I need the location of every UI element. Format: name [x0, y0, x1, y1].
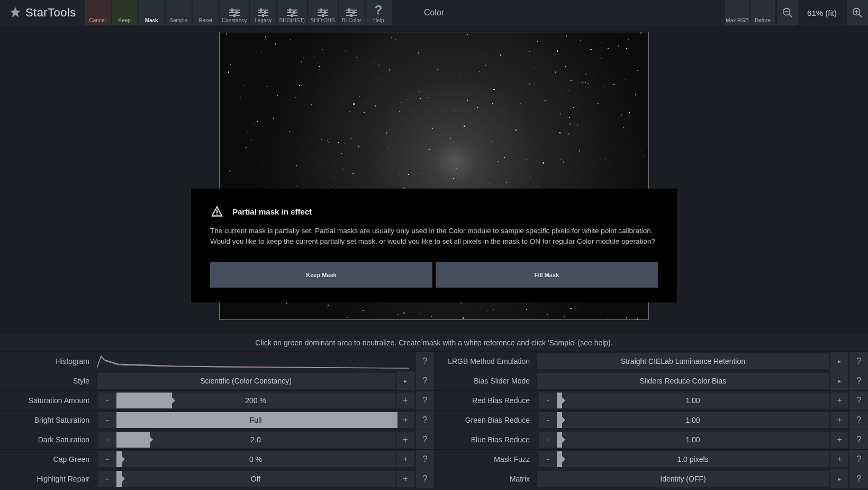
bias-mode-dropdown[interactable]: Sliders Reduce Color Bias — [537, 373, 829, 389]
sliders-icon — [257, 9, 269, 16]
params-right-column: LRGB Method Emulation Straight CIELab Lu… — [434, 351, 868, 490]
help-style[interactable] — [416, 371, 434, 390]
dialog-body: The current mask is partially set. Parti… — [210, 226, 658, 246]
cap-green-slider[interactable]: 0 % — [116, 451, 395, 467]
zoom-in-button[interactable] — [847, 0, 868, 25]
app-logo: StarTools — [0, 0, 85, 25]
help-matrix[interactable] — [850, 469, 868, 488]
toolbar-right: Max RGB Before 61% (fit) — [725, 0, 868, 25]
style-more[interactable] — [396, 371, 414, 390]
dark-sat-dec[interactable] — [98, 432, 116, 448]
green-bias-inc[interactable] — [830, 412, 848, 428]
cancel-button[interactable]: Cancel — [85, 0, 111, 25]
partial-mask-dialog: Partial mask in effect The current mask … — [191, 189, 677, 302]
cap-green-dec[interactable] — [98, 451, 116, 467]
hl-repair-inc[interactable] — [396, 471, 414, 487]
max-rgb-button[interactable]: Max RGB — [725, 0, 749, 25]
red-bias-inc[interactable] — [830, 393, 848, 408]
help-dark-sat[interactable] — [416, 430, 434, 449]
dark-sat-inc[interactable] — [396, 432, 414, 448]
dialog-title: Partial mask in effect — [232, 207, 312, 216]
sho-hst-button[interactable]: SHO(HST) — [277, 0, 307, 25]
keep-mask-button[interactable]: Keep Mask — [210, 262, 432, 288]
lrgb-more[interactable] — [830, 352, 848, 371]
mask-button[interactable]: Mask — [139, 0, 165, 25]
help-histogram[interactable] — [416, 352, 434, 371]
zoom-in-icon — [852, 7, 863, 19]
toolbar-main: Cancel Keep Mask Sample Reset Constancy … — [85, 0, 393, 25]
style-dropdown[interactable]: Scientific (Color Constancy) — [97, 373, 395, 389]
hl-repair-slider[interactable]: Off — [116, 471, 395, 487]
row-dark-saturation: Dark Saturation 2.0 — [0, 430, 434, 449]
red-bias-dec[interactable] — [539, 393, 557, 408]
help-bright-sat[interactable] — [416, 411, 434, 430]
constancy-button[interactable]: Constancy — [220, 0, 249, 25]
help-blue-bias[interactable] — [850, 430, 868, 449]
reset-button[interactable]: Reset — [193, 0, 219, 25]
star-icon — [8, 6, 22, 20]
help-green-bias[interactable] — [850, 411, 868, 430]
sliders-icon — [345, 9, 358, 16]
bright-sat-dec[interactable] — [98, 412, 116, 428]
mask-fuzz-dec[interactable] — [539, 451, 557, 467]
help-cap-green[interactable] — [416, 450, 434, 469]
matrix-dropdown[interactable]: Identity (OFF) — [537, 471, 829, 487]
row-blue-bias: Blue Bias Reduce 1.00 — [434, 430, 868, 449]
matrix-more[interactable] — [830, 469, 848, 488]
app-name: StarTools — [25, 6, 76, 20]
blue-bias-inc[interactable] — [830, 432, 848, 448]
row-green-bias: Green Bias Reduce 1.00 — [434, 410, 868, 430]
sample-button[interactable]: Sample — [166, 0, 192, 25]
blue-bias-dec[interactable] — [539, 432, 557, 448]
svg-line-1 — [789, 14, 792, 17]
before-button[interactable]: Before — [751, 0, 775, 25]
svg-line-4 — [859, 14, 862, 17]
row-histogram: Histogram — [0, 351, 434, 371]
svg-rect-8 — [216, 213, 218, 215]
help-red-bias[interactable] — [850, 391, 868, 410]
sliders-icon — [317, 9, 329, 16]
bias-mode-more[interactable] — [830, 371, 848, 390]
lrgb-dropdown[interactable]: Straight CIELab Luminance Retention — [537, 353, 829, 369]
question-icon: ? — [375, 4, 383, 16]
sat-amount-inc[interactable] — [396, 393, 414, 408]
mask-fuzz-inc[interactable] — [830, 451, 848, 467]
green-bias-slider[interactable]: 1.00 — [557, 412, 829, 428]
blue-bias-slider[interactable]: 1.00 — [557, 432, 829, 448]
sat-amount-dec[interactable] — [98, 393, 116, 408]
help-button[interactable]: ?Help — [366, 0, 392, 25]
row-mask-fuzz: Mask Fuzz 1.0 pixels — [434, 449, 868, 469]
help-lrgb[interactable] — [850, 352, 868, 371]
bright-sat-inc[interactable] — [396, 412, 414, 428]
help-hl-repair[interactable] — [416, 469, 434, 488]
row-bias-mode: Bias Slider Mode Sliders Reduce Color Bi… — [434, 371, 868, 390]
hl-repair-dec[interactable] — [98, 471, 116, 487]
help-bias-mode[interactable] — [850, 371, 868, 390]
label-histogram: Histogram — [0, 352, 97, 371]
sliders-icon — [228, 9, 241, 16]
hint-bar: Click on green dominant area to neutrali… — [0, 334, 868, 351]
red-bias-slider[interactable]: 1.00 — [557, 393, 829, 408]
zoom-out-button[interactable] — [777, 0, 798, 25]
zoom-out-icon — [782, 7, 793, 19]
sho-ohs-button[interactable]: SHO:OHS — [308, 0, 338, 25]
row-lrgb: LRGB Method Emulation Straight CIELab Lu… — [434, 351, 868, 371]
sliders-icon — [286, 9, 299, 16]
row-red-bias: Red Bias Reduce 1.00 — [434, 390, 868, 410]
sat-amount-slider[interactable]: 200 % — [116, 393, 395, 408]
green-bias-dec[interactable] — [539, 412, 557, 428]
cap-green-inc[interactable] — [396, 451, 414, 467]
keep-button[interactable]: Keep — [112, 0, 138, 25]
bi-color-button[interactable]: Bi-Color — [339, 0, 365, 25]
bright-sat-slider[interactable]: Full — [116, 412, 395, 428]
help-sat-amount[interactable] — [416, 391, 434, 410]
mask-fuzz-slider[interactable]: 1.0 pixels — [557, 451, 829, 467]
dark-sat-slider[interactable]: 2.0 — [116, 432, 395, 448]
parameter-panel: Histogram Style Scientific (Color Consta… — [0, 351, 868, 490]
help-mask-fuzz[interactable] — [850, 450, 868, 469]
row-style: Style Scientific (Color Constancy) — [0, 371, 434, 390]
legacy-button[interactable]: Legacy — [250, 0, 276, 25]
svg-rect-7 — [216, 210, 218, 213]
row-saturation-amount: Saturation Amount 200 % — [0, 390, 434, 410]
fill-mask-button[interactable]: Fill Mask — [436, 262, 658, 288]
